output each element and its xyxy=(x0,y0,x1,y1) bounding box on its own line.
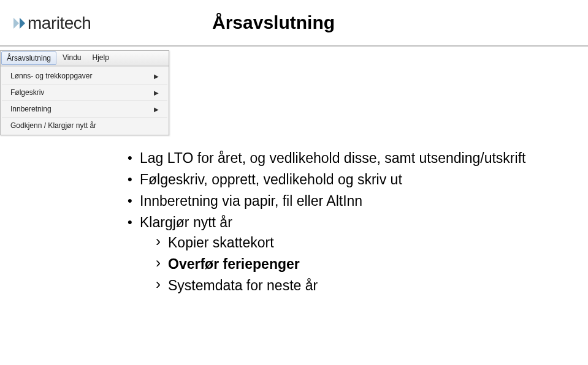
bullet-item: Lag LTO for året, og vedlikehold disse, … xyxy=(123,150,525,167)
chevron-right-icon: ▶ xyxy=(154,89,159,96)
logo-text: maritech xyxy=(28,13,91,33)
bullet-item: Klargjør nytt år Kopier skattekort Overf… xyxy=(123,214,525,294)
page-title: Årsavslutning xyxy=(212,12,335,33)
sub-bullet-item: Systemdata for neste år xyxy=(151,277,525,294)
sub-bullet-item: Kopier skattekort xyxy=(151,235,525,251)
dropdown-item-label: Innberetning xyxy=(10,105,52,113)
menubar: Årsavslutning Vindu Hjelp xyxy=(1,51,169,66)
bullet-item: Følgeskriv, opprett, vedlikehold og skri… xyxy=(123,171,525,188)
title-divider xyxy=(0,45,588,47)
sub-bullet-item: Overfør feriepenger xyxy=(151,256,525,273)
brand-logo: maritech xyxy=(13,13,91,33)
dropdown-item-godkjenn-klargjor[interactable]: Godkjenn / Klargjør nytt år xyxy=(2,118,167,134)
chevron-right-icon: ▶ xyxy=(154,73,159,80)
content-body: Lag LTO for året, og vedlikehold disse, … xyxy=(123,150,525,299)
bullet-item: Innberetning via papir, fil eller AltInn xyxy=(123,193,525,209)
sub-bullet-label: Overfør feriepenger xyxy=(168,256,300,272)
bullet-item-label: Klargjør nytt år xyxy=(140,214,232,230)
menubar-item-arsavslutning[interactable]: Årsavslutning xyxy=(1,51,56,65)
dropdown-menu: Lønns- og trekkoppgaver ▶ Følgeskriv ▶ I… xyxy=(1,66,169,135)
menu-window: Årsavslutning Vindu Hjelp Lønns- og trek… xyxy=(0,50,169,135)
chevron-right-icon: ▶ xyxy=(154,106,159,113)
dropdown-item-label: Følgeskriv xyxy=(10,88,44,97)
menubar-item-hjelp[interactable]: Hjelp xyxy=(87,51,115,66)
menubar-item-vindu[interactable]: Vindu xyxy=(57,51,86,66)
dropdown-item-label: Lønns- og trekkoppgaver xyxy=(10,72,92,80)
dropdown-item-label: Godkjenn / Klargjør nytt år xyxy=(10,121,96,130)
dropdown-item-innberetning[interactable]: Innberetning ▶ xyxy=(2,101,167,118)
dropdown-item-lonns-og-trekkoppgaver[interactable]: Lønns- og trekkoppgaver ▶ xyxy=(2,68,167,85)
dropdown-item-folgeskriv[interactable]: Følgeskriv ▶ xyxy=(2,85,167,101)
logo-arrows-icon xyxy=(13,18,25,29)
